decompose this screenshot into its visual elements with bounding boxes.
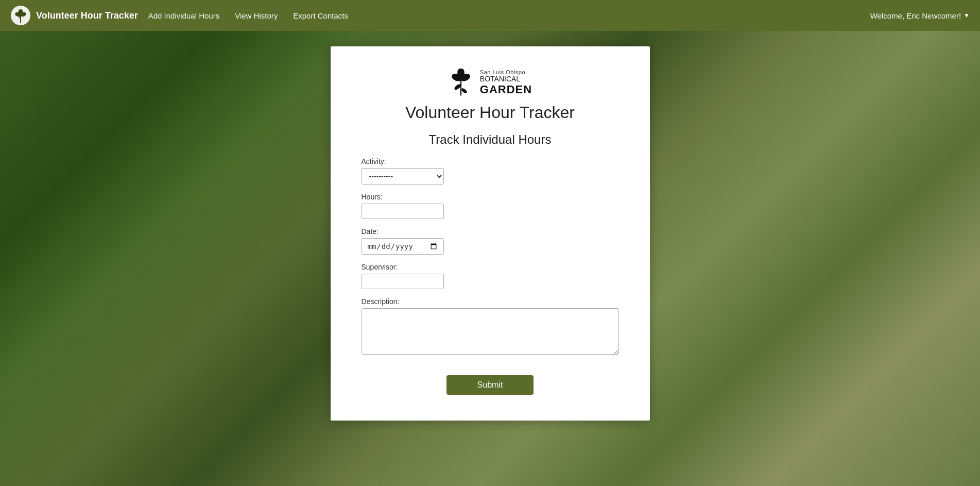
date-label: Date: — [362, 227, 619, 236]
nav-link-add-hours[interactable]: Add Individual Hours — [148, 11, 219, 20]
supervisor-label: Supervisor: — [362, 263, 619, 271]
hours-group: Hours: — [362, 193, 619, 219]
activity-label: Activity: — [362, 157, 619, 165]
user-greeting-text: Welcome, Eric Newcomer! — [870, 11, 961, 20]
description-textarea[interactable] — [362, 308, 619, 355]
navbar: Volunteer Hour Tracker Add Individual Ho… — [0, 0, 980, 31]
svg-point-11 — [458, 74, 463, 79]
activity-select[interactable]: ---------- — [362, 168, 444, 185]
navbar-title: Volunteer Hour Tracker — [36, 10, 138, 21]
hours-input[interactable] — [362, 204, 444, 219]
activity-group: Activity: ---------- — [362, 157, 619, 185]
hours-label: Hours: — [362, 193, 619, 201]
main-content: San Luis Obispo BOTANICAL GARDEN Volunte… — [0, 31, 980, 486]
supervisor-input[interactable] — [362, 274, 444, 289]
track-hours-form: Activity: ---------- Hours: Date: Superv… — [362, 157, 619, 395]
user-dropdown-arrow[interactable]: ▼ — [964, 12, 970, 19]
logo-garden-text: GARDEN — [480, 83, 532, 96]
description-label: Description: — [362, 297, 619, 306]
date-input[interactable] — [362, 238, 444, 255]
svg-point-14 — [460, 88, 468, 94]
supervisor-group: Supervisor: — [362, 263, 619, 289]
card-logo-icon — [448, 67, 474, 98]
description-group: Description: — [362, 297, 619, 357]
app-title: Volunteer Hour Tracker — [405, 103, 575, 122]
submit-button[interactable]: Submit — [446, 375, 534, 395]
nav-link-export-contacts[interactable]: Export Contacts — [293, 11, 348, 20]
navbar-brand: Volunteer Hour Tracker — [10, 5, 138, 26]
navbar-links: Add Individual Hours View History Export… — [148, 11, 870, 20]
nav-link-view-history[interactable]: View History — [235, 11, 278, 20]
submit-container: Submit — [362, 365, 619, 395]
navbar-user[interactable]: Welcome, Eric Newcomer! ▼ — [870, 11, 970, 20]
card-logo: San Luis Obispo BOTANICAL GARDEN — [448, 67, 532, 98]
form-card: San Luis Obispo BOTANICAL GARDEN Volunte… — [331, 46, 650, 421]
brand-logo-icon — [10, 5, 31, 26]
logo-botanical-text: BOTANICAL — [480, 75, 532, 83]
date-group: Date: — [362, 227, 619, 255]
logo-text-block: San Luis Obispo BOTANICAL GARDEN — [480, 69, 532, 96]
form-section-title: Track Individual Hours — [429, 132, 552, 147]
